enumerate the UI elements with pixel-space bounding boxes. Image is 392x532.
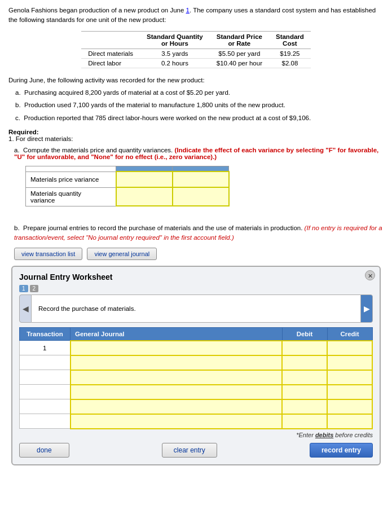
th-transaction: Transaction xyxy=(20,327,71,341)
variance-row-qty: Materials quantityvariance xyxy=(26,187,229,206)
journal-account-input[interactable] xyxy=(71,341,283,355)
journal-row xyxy=(20,414,373,429)
col-header-label xyxy=(81,31,140,49)
variance-col-1 xyxy=(116,166,173,172)
journal-account-input[interactable] xyxy=(71,414,283,429)
activity-item-c: c. Production reported that 785 direct l… xyxy=(15,113,384,123)
variance-qty-label: Materials quantityvariance xyxy=(26,187,116,206)
part-b-text: b. Prepare journal entries to record the… xyxy=(14,223,384,243)
col-header-qty: Standard Quantityor Hours xyxy=(140,31,210,49)
record-entry-button[interactable]: record entry xyxy=(310,443,373,458)
slide-text: Record the purchase of materials. xyxy=(38,305,136,312)
variance-price-val1[interactable] xyxy=(116,172,173,187)
journal-row xyxy=(20,385,373,399)
view-general-journal-button[interactable]: view general journal xyxy=(87,248,157,260)
debit-input[interactable] xyxy=(282,370,327,385)
view-transaction-button[interactable]: view transaction list xyxy=(14,248,82,260)
row-cost: $2.08 xyxy=(269,58,311,68)
credit-input[interactable] xyxy=(327,355,372,370)
transaction-num xyxy=(20,370,71,385)
debit-input[interactable] xyxy=(282,355,327,370)
col-header-price: Standard Priceor Rate xyxy=(210,31,269,49)
journal-account-input[interactable] xyxy=(71,385,283,399)
close-button[interactable]: ✕ xyxy=(365,270,375,280)
table-row: Direct materials 3.5 yards $5.50 per yar… xyxy=(81,49,311,58)
nav-badge-1[interactable]: 1 xyxy=(19,285,28,292)
standards-table: Standard Quantityor Hours Standard Price… xyxy=(81,31,311,68)
variance-qty-val2[interactable] xyxy=(173,187,229,206)
credit-input[interactable] xyxy=(327,385,372,399)
slide-content: Record the purchase of materials. xyxy=(32,294,360,323)
journal-table: Transaction General Journal Debit Credit… xyxy=(19,327,373,429)
col-header-cost: StandardCost xyxy=(269,31,311,49)
row-price: $10.40 per hour xyxy=(210,58,269,68)
th-credit: Credit xyxy=(327,327,372,341)
done-button[interactable]: done xyxy=(19,443,69,458)
part-b-section: b. Prepare journal entries to record the… xyxy=(14,223,384,243)
variance-price-val2[interactable] xyxy=(173,172,229,187)
enter-note: *Enter debits before credits xyxy=(19,432,373,438)
credit-input[interactable] xyxy=(327,341,372,355)
journal-title: Journal Entry Worksheet xyxy=(19,272,373,282)
transaction-num xyxy=(20,399,71,414)
next-arrow[interactable]: ▶ xyxy=(360,294,373,323)
variance-col-label xyxy=(26,166,116,172)
journal-row xyxy=(20,355,373,370)
nav-badge-2[interactable]: 2 xyxy=(30,285,39,292)
part-a-instruction: a. Compute the materials price and quant… xyxy=(14,147,384,160)
journal-panel: ✕ Journal Entry Worksheet 1 2 ◀ Record t… xyxy=(11,266,381,465)
required-section: Required: 1. For direct materials: xyxy=(8,129,384,142)
clear-entry-button[interactable]: clear entry xyxy=(162,443,217,458)
transaction-num xyxy=(20,414,71,429)
nav-row: 1 2 xyxy=(19,285,373,292)
variance-wrapper: Materials price variance Materials quant… xyxy=(25,166,384,206)
variance-price-label: Materials price variance xyxy=(26,172,116,187)
row-qty: 0.2 hours xyxy=(140,58,210,68)
activity-intro: During June, the following activity was … xyxy=(8,75,384,85)
row-price: $5.50 per yard xyxy=(210,49,269,58)
row-label: Direct labor xyxy=(81,58,140,68)
variance-row-price: Materials price variance xyxy=(26,172,229,187)
activity-item-b: b. Production used 7,100 yards of the ma… xyxy=(15,100,384,110)
journal-row xyxy=(20,370,373,385)
activity-section: During June, the following activity was … xyxy=(8,75,384,124)
credit-input[interactable] xyxy=(327,414,372,429)
journal-account-input[interactable] xyxy=(71,355,283,370)
transaction-num xyxy=(20,355,71,370)
journal-row: 1 xyxy=(20,341,373,355)
debit-input[interactable] xyxy=(282,414,327,429)
th-general-journal: General Journal xyxy=(71,327,283,341)
bottom-buttons: done clear entry record entry xyxy=(19,443,373,458)
debit-input[interactable] xyxy=(282,341,327,355)
variance-table: Materials price variance Materials quant… xyxy=(25,166,230,206)
row-qty: 3.5 yards xyxy=(140,49,210,58)
slide-nav: ◀ Record the purchase of materials. ▶ xyxy=(19,294,373,323)
prev-arrow[interactable]: ◀ xyxy=(19,294,32,323)
transaction-num: 1 xyxy=(20,341,71,355)
table-row: Direct labor 0.2 hours $10.40 per hour $… xyxy=(81,58,311,68)
required-item1: 1. For direct materials: xyxy=(8,135,73,142)
variance-qty-val1[interactable] xyxy=(116,187,173,206)
transaction-num xyxy=(20,385,71,399)
credit-input[interactable] xyxy=(327,370,372,385)
intro-text1: Genola Fashions began production of a ne… xyxy=(8,7,186,14)
variance-col-2 xyxy=(173,166,229,172)
debit-input[interactable] xyxy=(282,385,327,399)
intro-paragraph: Genola Fashions began production of a ne… xyxy=(8,6,384,25)
row-label: Direct materials xyxy=(81,49,140,58)
part-a-section: a. Compute the materials price and quant… xyxy=(14,147,384,206)
journal-row xyxy=(20,399,373,414)
row-cost: $19.25 xyxy=(269,49,311,58)
debit-input[interactable] xyxy=(282,399,327,414)
journal-account-input[interactable] xyxy=(71,370,283,385)
activity-item-a: a. Purchasing acquired 8,200 yards of ma… xyxy=(15,87,384,98)
th-debit: Debit xyxy=(282,327,327,341)
buttons-row: view transaction list view general journ… xyxy=(14,248,384,260)
credit-input[interactable] xyxy=(327,399,372,414)
journal-account-input[interactable] xyxy=(71,399,283,414)
required-label: Required: xyxy=(8,129,39,135)
